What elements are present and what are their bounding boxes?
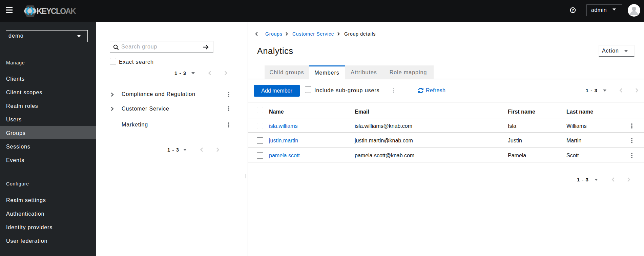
svg-text:KEYCLOAK: KEYCLOAK <box>37 7 76 16</box>
svg-text:?: ? <box>572 8 574 12</box>
